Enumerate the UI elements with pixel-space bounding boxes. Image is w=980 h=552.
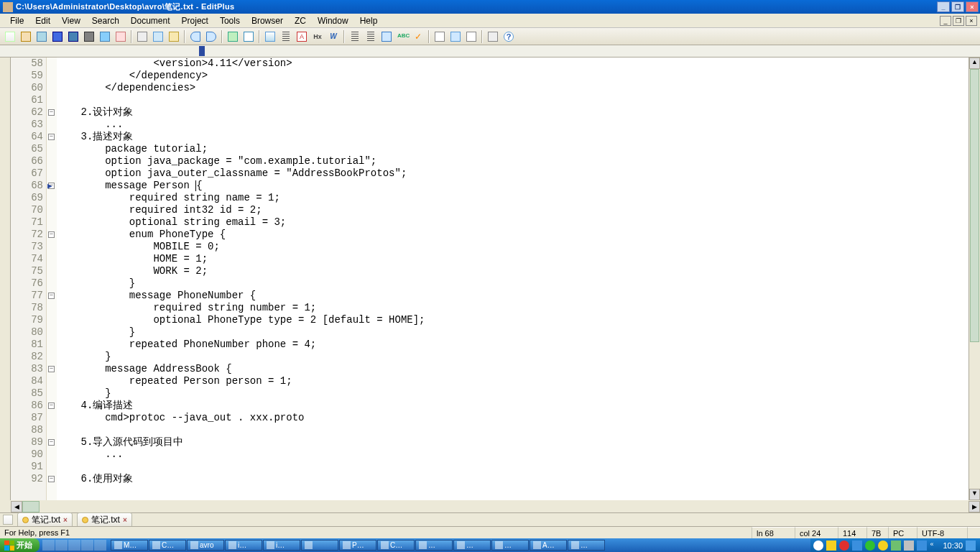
code-line[interactable]: required int32 id = 2; <box>57 204 969 216</box>
user-tool3-button[interactable] <box>464 29 479 44</box>
code-line[interactable] <box>57 461 969 473</box>
menu-help[interactable]: Help <box>354 14 384 27</box>
menu-view[interactable]: View <box>56 14 86 27</box>
mdi-minimize-button[interactable]: _ <box>940 16 951 26</box>
fold-toggle-icon[interactable]: − <box>48 439 55 446</box>
taskbar-task-button[interactable]: A… <box>530 540 567 551</box>
open-file-button[interactable] <box>19 29 33 44</box>
code-line[interactable]: MOBILE = 0; <box>57 241 969 253</box>
redo-button[interactable] <box>204 29 218 44</box>
quick-launch-item[interactable] <box>42 540 55 551</box>
tab-close-icon[interactable]: × <box>123 516 127 524</box>
quick-launch-item[interactable] <box>55 540 68 551</box>
horizontal-scrollbar[interactable]: ◀ ▶ <box>0 500 980 512</box>
menu-tools[interactable]: Tools <box>214 14 246 27</box>
document-tab[interactable]: 笔记.txt × <box>17 512 73 528</box>
tray-icon[interactable] <box>865 540 875 551</box>
scroll-right-button[interactable]: ▶ <box>969 501 980 512</box>
indent-right-button[interactable] <box>364 29 378 44</box>
new-file-button[interactable] <box>3 29 17 44</box>
code-line[interactable]: message AddressBook { <box>57 363 969 375</box>
close-button[interactable]: × <box>966 1 979 12</box>
user-tool1-button[interactable] <box>433 29 447 44</box>
tray-clock[interactable]: 10:30 <box>943 541 963 550</box>
hex-view-button[interactable] <box>114 29 128 44</box>
print-button[interactable] <box>82 29 96 44</box>
save-button[interactable] <box>50 29 65 44</box>
code-line[interactable]: } <box>57 387 969 400</box>
code-line[interactable]: optional string email = 3; <box>57 216 969 229</box>
taskbar-task-button[interactable]: … <box>415 540 453 551</box>
menu-project[interactable]: Project <box>176 14 214 27</box>
undo-button[interactable] <box>188 29 203 44</box>
scrollbar-thumb[interactable] <box>970 69 979 342</box>
taskbar-task-button[interactable]: … <box>453 540 491 551</box>
code-line[interactable]: } <box>57 351 969 363</box>
scroll-down-button[interactable]: ▼ <box>969 489 980 500</box>
code-text-area[interactable]: <version>4.11</version> </dependency> </… <box>57 58 969 500</box>
taskbar-task-button[interactable] <box>301 540 338 551</box>
code-line[interactable]: option java_package = "com.example.tutor… <box>57 155 969 167</box>
word-wrap-button[interactable] <box>263 29 277 44</box>
fold-toggle-icon[interactable]: − <box>48 476 55 482</box>
copy-button[interactable] <box>151 29 165 44</box>
code-line[interactable]: } <box>57 326 969 339</box>
menu-document[interactable]: Document <box>125 14 176 27</box>
taskbar-task-button[interactable]: C… <box>377 540 415 551</box>
tray-expand-icon[interactable]: « <box>930 540 940 551</box>
spell-check-button[interactable]: ABC <box>395 29 410 44</box>
taskbar-task-button[interactable]: M… <box>111 540 148 551</box>
code-line[interactable]: } <box>57 277 969 290</box>
browser-preview-button[interactable] <box>379 29 394 44</box>
code-line[interactable]: required string name = 1; <box>57 192 969 204</box>
taskbar-task-button[interactable]: C… <box>149 540 186 551</box>
menu-browser[interactable]: Browser <box>246 14 289 27</box>
user-tool2-button[interactable] <box>448 29 463 44</box>
code-line[interactable]: optional PhoneType type = 2 [default = H… <box>57 314 969 326</box>
menu-zc[interactable]: ZC <box>289 14 312 27</box>
code-line[interactable]: WORK = 2; <box>57 265 969 277</box>
tray-icon[interactable] <box>878 540 888 551</box>
syntax-check-button[interactable]: ✓ <box>411 29 425 44</box>
paste-button[interactable] <box>167 29 181 44</box>
fold-toggle-icon[interactable]: − <box>48 231 55 238</box>
code-line[interactable]: 6.使用对象 <box>57 473 969 485</box>
code-line[interactable]: option java_outer_classname = "AddressBo… <box>57 167 969 180</box>
editor-area[interactable]: 5859606162636465666768697071727374757677… <box>11 58 969 500</box>
mdi-restore-button[interactable]: ❐ <box>953 16 964 26</box>
fold-toggle-icon[interactable]: − <box>48 293 55 299</box>
quick-launch-item[interactable] <box>68 540 80 551</box>
open-remote-button[interactable] <box>34 29 49 44</box>
start-button[interactable]: 开始 <box>0 538 40 552</box>
code-line[interactable] <box>57 94 969 106</box>
menu-search[interactable]: Search <box>86 14 125 27</box>
save-all-button[interactable] <box>66 29 80 44</box>
fold-toggle-icon[interactable]: − <box>48 109 55 116</box>
code-line[interactable]: package tutorial; <box>57 143 969 155</box>
code-line[interactable]: 4.编译描述 <box>57 400 969 412</box>
font-button[interactable]: A <box>295 29 309 44</box>
menu-file[interactable]: File <box>4 14 29 27</box>
quick-launch-item[interactable] <box>81 540 93 551</box>
print-preview-button[interactable] <box>98 29 112 44</box>
tray-icon[interactable] <box>852 540 862 551</box>
code-line[interactable]: repeated Person person = 1; <box>57 375 969 387</box>
tray-icon[interactable] <box>891 540 901 551</box>
document-tab[interactable]: 笔记.txt × <box>77 512 132 528</box>
tray-icon[interactable] <box>839 540 849 551</box>
fold-toggle-icon[interactable]: − <box>48 134 55 140</box>
menu-window[interactable]: Window <box>312 14 354 27</box>
indent-left-button[interactable] <box>348 29 362 44</box>
quick-launch-item[interactable] <box>94 540 106 551</box>
code-line[interactable]: repeated PhoneNumber phone = 4; <box>57 339 969 351</box>
code-line[interactable]: </dependency> <box>57 70 969 82</box>
hex-edit-button[interactable]: Hx <box>310 29 325 44</box>
code-line[interactable]: message Person { <box>57 180 969 192</box>
code-line[interactable]: enum PhoneType { <box>57 229 969 241</box>
help-button[interactable]: ? <box>501 29 516 44</box>
tray-icon[interactable] <box>813 540 823 551</box>
tab-close-icon[interactable]: × <box>63 516 68 524</box>
taskbar-task-button[interactable]: … <box>568 540 605 551</box>
hscroll-thumb[interactable] <box>22 501 40 512</box>
maximize-button[interactable]: ❐ <box>951 1 964 12</box>
